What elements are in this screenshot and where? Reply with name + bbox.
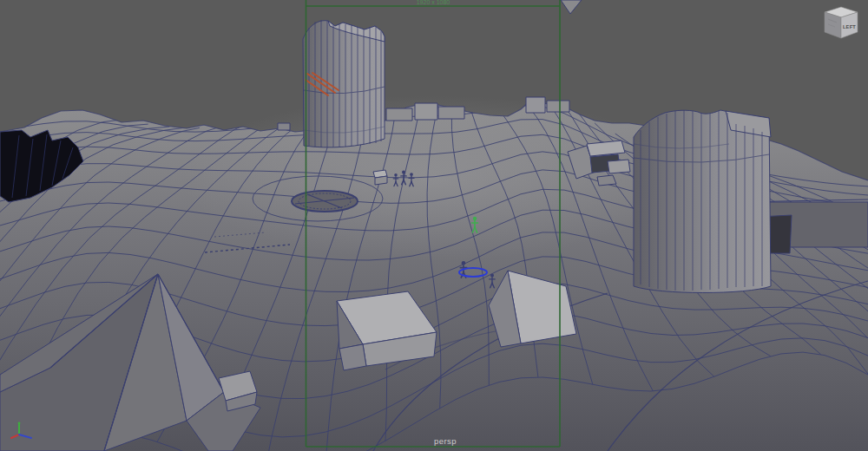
view-cube-left-face-label: LEFT <box>843 24 856 29</box>
small-crate[interactable] <box>373 170 387 185</box>
tower-left[interactable] <box>303 20 385 147</box>
view-cube[interactable]: LEFT <box>825 7 858 38</box>
viewport-3d[interactable]: 1920 x 1080 persp LEFT <box>0 0 868 451</box>
tower-right[interactable] <box>634 110 771 293</box>
camera-name-label: persp <box>434 436 457 446</box>
gate-resolution-label: 1920 x 1080 <box>417 0 450 5</box>
